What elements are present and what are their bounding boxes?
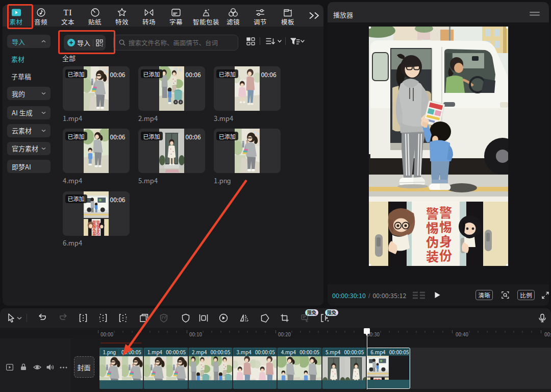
svg-text:装: 装 (426, 247, 439, 265)
svg-text:份: 份 (439, 246, 452, 264)
